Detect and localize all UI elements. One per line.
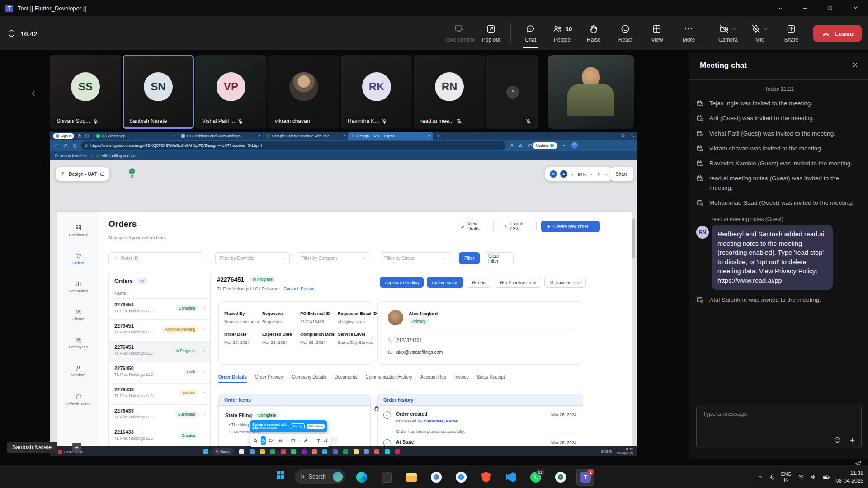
more-button[interactable]: More [675,18,703,49]
taskbar-app-brave[interactable] [477,469,495,486]
tab-sales-receipt[interactable]: Sales Receipt [477,375,505,383]
reload-icon[interactable] [63,143,68,148]
google-continue-button[interactable]: GContinue [307,424,325,429]
chevron-right-icon[interactable] [202,348,207,353]
titlebar-more-icon[interactable] [767,0,792,16]
tab-invoice[interactable]: Invoice [454,375,469,383]
browser-maximize-icon[interactable] [621,134,625,138]
participant-video-tile[interactable] [548,55,634,129]
share-pinned-app-icon[interactable] [239,449,244,454]
order-list-row[interactable]: 2276451TL Flex Holdings LLCIn Progress [109,341,210,362]
figma-file-menu[interactable]: Design - UAT [56,167,109,181]
hidden-icons-chevron-icon[interactable] [757,474,763,480]
close-icon[interactable] [843,0,868,16]
tab-actions-icon[interactable] [85,134,90,138]
share-pinned-app-icon[interactable] [385,449,390,454]
detail-action-button[interactable]: Approval Pending [380,277,424,288]
leave-button[interactable]: Leave [813,25,862,42]
chevron-down-icon[interactable] [571,172,575,176]
contact-person-link[interactable]: Contact_Person. [283,286,316,291]
clear-filter-button[interactable]: Clear Filter [484,252,514,264]
bookmark-import-favorites[interactable]: Import favorites [54,154,87,158]
people-button[interactable]: 10People [548,18,576,49]
attach-plus-icon[interactable] [849,437,856,444]
browser-tab[interactable]: (6) WhatsApp✕ [93,132,178,140]
order-list-row[interactable]: 2216433TL Flex Holdings LLCCreated [109,426,210,447]
chevron-down-icon[interactable] [590,172,594,176]
tab-account-rep[interactable]: Account Rep [420,375,446,383]
order-list-row[interactable]: 2279451TL Flex Holdings LLCApproval Pend… [109,319,210,341]
browser-update-button[interactable]: Update [533,142,557,149]
chat-button[interactable]: Chat [516,18,544,49]
language-indicator[interactable]: ENGIN [781,471,792,482]
taskbar-app-chrome[interactable] [427,469,445,486]
tab-documents[interactable]: Documents [335,375,358,383]
zoom-level[interactable]: 94% [578,172,586,177]
layout-panel-icon[interactable] [100,172,105,177]
chevron-right-icon[interactable] [202,391,207,395]
workspaces-icon[interactable] [77,134,82,138]
tab-grid-icon[interactable] [85,134,90,138]
resources-tool-icon[interactable] [323,438,328,443]
sidebar-item-dashboard[interactable]: Dashboard [57,225,99,237]
chevron-down-icon[interactable] [285,439,288,442]
share-pinned-app-icon[interactable] [354,449,359,454]
browser-more-icon[interactable] [562,143,567,148]
participant-video-tile[interactable]: vikram chavan [268,55,340,129]
detail-action-button[interactable]: Save as PDF [544,277,586,288]
edge-copilot-icon[interactable] [571,142,578,149]
share-search-box[interactable]: Search [212,448,234,455]
filter-button[interactable]: Filter [459,252,480,264]
close-chat-icon[interactable] [852,62,858,68]
filter-by-domicile-dropdown[interactable]: Filter by Domicile [215,252,290,264]
share-start-icon[interactable] [203,449,208,454]
sidebar-item-companies[interactable]: Companies [57,281,99,293]
wifi-icon[interactable] [797,474,804,480]
share-pinned-app-icon[interactable] [322,449,327,454]
share-pinned-app-icon[interactable] [270,449,275,454]
tab-order-preview[interactable]: Order Preview [255,375,284,383]
maximize-icon[interactable] [817,0,843,16]
taskbar-app-chromium[interactable] [452,469,470,486]
chevron-right-icon[interactable] [202,370,207,374]
taskbar-clock[interactable]: 11:3808-04-2025 [836,469,863,484]
present-icon[interactable] [597,172,601,176]
emoji-icon[interactable] [834,436,841,444]
camera-button[interactable]: Camera [714,18,742,49]
view-drafts-button[interactable]: View Drafts [456,221,494,232]
participant-video-tile[interactable]: RNread.ai mee... [414,55,485,129]
taskbar-app-notepad[interactable] [377,469,396,486]
volume-icon[interactable] [810,474,817,480]
participant-video-tile[interactable]: SSShivani Sup... [50,55,121,129]
share-button[interactable]: Share [777,18,805,49]
share-pinned-app-icon[interactable] [395,449,400,454]
close-tab-icon[interactable]: ✕ [343,134,346,138]
tab-company-details[interactable]: Company Details [292,375,326,383]
detail-action-button[interactable]: Update status [427,277,463,288]
address-bar[interactable]: https://www.figma.com/design/9BKQ0FOHRWa… [81,141,506,150]
detail-action-button[interactable]: Fill Online Form [495,277,541,288]
chevron-down-icon[interactable] [281,256,285,261]
taskbar-app-vscode[interactable] [502,469,520,486]
chevron-down-icon[interactable] [731,27,736,32]
taskbar-app-whatsapp[interactable]: 81 [527,469,545,486]
sidebar-item-clients[interactable]: Clients [57,309,99,321]
attach-plus-icon[interactable] [849,437,856,444]
chevron-left-icon[interactable] [30,89,38,98]
share-pinned-app-icon[interactable] [291,449,296,454]
browser-profile-button[interactable]: Sign in [53,133,74,139]
close-tab-icon[interactable]: ✕ [258,134,261,138]
tray-mic-icon[interactable] [769,474,775,480]
emoji-icon[interactable] [834,436,841,444]
order-id-search-input[interactable]: Order ID [108,252,203,264]
order-list-row[interactable]: 2276433TL Flex Holdings LLCReview [109,383,210,404]
previous-participants-icon[interactable] [30,89,38,98]
pen-tool-icon[interactable] [303,438,308,443]
filter-by-status-dropdown[interactable]: Filter by Status [380,252,452,264]
frame-tool-icon[interactable] [278,438,283,443]
filter-by-company-dropdown[interactable]: Filter by Company [297,252,371,264]
figma-share-button[interactable]: Share [610,167,633,181]
chevron-down-icon[interactable] [763,27,768,32]
react-button[interactable]: React [611,18,639,49]
hand-tool-icon[interactable] [261,436,266,445]
